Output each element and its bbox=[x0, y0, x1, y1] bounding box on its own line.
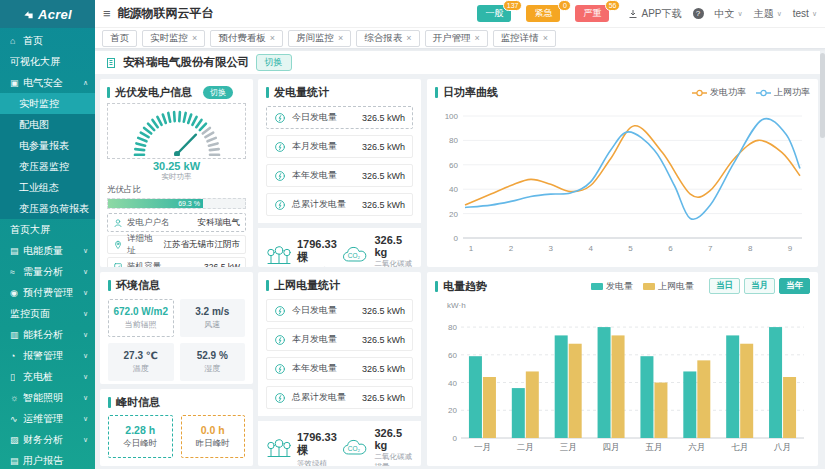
legend-label: 上网功率 bbox=[774, 86, 810, 99]
bar-上网电量-七月 bbox=[740, 344, 753, 438]
stat-row: 总累计发电量326.5 kWh bbox=[266, 193, 413, 216]
sidebar-item-财务分析[interactable]: ▨财务分析∨ bbox=[0, 429, 95, 450]
close-icon[interactable]: × bbox=[192, 33, 197, 43]
period-button-当年[interactable]: 当年 bbox=[779, 278, 810, 294]
bar-发电量-三月 bbox=[555, 335, 568, 438]
tab-监控详情[interactable]: 监控详情× bbox=[493, 30, 556, 47]
app-download-button[interactable]: APP下载 bbox=[628, 7, 681, 21]
close-icon[interactable]: × bbox=[406, 33, 411, 43]
sidebar-subitem-配电图[interactable]: 配电图 bbox=[0, 114, 95, 135]
sidebar-subitem-工业组态[interactable]: 工业组态 bbox=[0, 177, 95, 198]
legend-item-上网电量[interactable]: 上网电量 bbox=[643, 280, 694, 293]
legend-item-发电功率[interactable]: 发电功率 bbox=[692, 86, 746, 99]
demand-analysis-icon: ≈ bbox=[10, 267, 23, 277]
theme-select[interactable]: 主题 ∨ bbox=[754, 7, 782, 21]
alarm-badge-严重[interactable]: 严重56 bbox=[575, 5, 609, 22]
alarm-count-badge: 56 bbox=[605, 0, 621, 11]
ongrid-stat-rows: 今日发电量326.5 kWh本月发电量326.5 kWh本年发电量326.5 k… bbox=[266, 299, 413, 409]
sidebar-item-监控页面[interactable]: 监控页面∨ bbox=[0, 303, 95, 324]
panel-title: 电量趋势 发电量上网电量 当日当月当年 bbox=[435, 278, 810, 294]
panel-title: 上网电量统计 bbox=[266, 278, 413, 293]
svg-text:六月: 六月 bbox=[688, 442, 705, 452]
svg-text:60: 60 bbox=[449, 161, 458, 170]
co2-cloud-icon: CO₂ bbox=[340, 437, 370, 463]
period-button-当月[interactable]: 当月 bbox=[744, 278, 775, 294]
pv-switch-button[interactable]: 切换 bbox=[203, 86, 233, 99]
sidebar-subitem-电参量报表[interactable]: 电参量报表 bbox=[0, 135, 95, 156]
period-button-当日[interactable]: 当日 bbox=[709, 278, 740, 294]
sidebar: Acrel ⌂首页可视化大屏▣电气安全∧实时监控配电图电参量报表变压器监控工业组… bbox=[0, 0, 95, 469]
panel-title: 发电量统计 bbox=[266, 85, 413, 100]
sidebar-item-可视化大屏[interactable]: 可视化大屏 bbox=[0, 51, 95, 72]
pv-ratio-fill: 69.3 % bbox=[108, 199, 203, 208]
finance-icon: ▨ bbox=[10, 435, 23, 445]
sidebar-item-智能照明[interactable]: ☼智能照明∨ bbox=[0, 387, 95, 408]
meter-icon bbox=[274, 199, 286, 211]
help-icon[interactable]: ? bbox=[693, 8, 704, 19]
sidebar-subitem-变压器监控[interactable]: 变压器监控 bbox=[0, 156, 95, 177]
language-select[interactable]: 中文 ∨ bbox=[715, 7, 743, 21]
daily-power-title: 日功率曲线 bbox=[443, 85, 498, 100]
trees-equivalent: 1796.33 棵 等效绿植 bbox=[266, 431, 340, 467]
sidebar-item-运维管理[interactable]: ∿运维管理∨ bbox=[0, 408, 95, 429]
legend-item-上网功率[interactable]: 上网功率 bbox=[756, 86, 810, 99]
env-info-panel: 环境信息 672.0 W/m2当前辐照3.2 m/s风速27.3 ℃温度52.9… bbox=[100, 272, 253, 384]
close-icon[interactable]: × bbox=[475, 33, 480, 43]
chevron-down-icon: ∨ bbox=[83, 415, 88, 423]
sidebar-item-需量分析[interactable]: ≈需量分析∨ bbox=[0, 261, 95, 282]
tab-预付费看板[interactable]: 预付费看板× bbox=[210, 30, 283, 47]
title-accent-bar bbox=[108, 280, 111, 291]
user-menu[interactable]: test ∨ bbox=[793, 8, 817, 19]
svg-text:80: 80 bbox=[448, 323, 457, 332]
daily-power-panel: 日功率曲线 发电功率上网功率 020406080100123456789 bbox=[427, 79, 818, 267]
pv-ratio-bar: 69.3 % bbox=[107, 198, 246, 209]
co2-reduction: CO₂ 326.5 kg 二氧化碳减排量 bbox=[340, 427, 414, 466]
tab-房间监控[interactable]: 房间监控× bbox=[288, 30, 351, 47]
realtime-power-value: 30.25 kW bbox=[107, 160, 246, 172]
alarm-badge-紧急[interactable]: 紧急0 bbox=[526, 5, 560, 22]
sidebar-item-首页大屏[interactable]: 首页大屏 bbox=[0, 219, 95, 240]
sidebar-item-用户报告[interactable]: ▤用户报告 bbox=[0, 450, 95, 469]
sidebar-item-预付费管理[interactable]: ◉预付费管理∨ bbox=[0, 282, 95, 303]
scrollbar[interactable] bbox=[820, 49, 825, 469]
close-icon[interactable]: × bbox=[543, 33, 548, 43]
sidebar-subitem-实时监控[interactable]: 实时监控 bbox=[0, 93, 95, 114]
pv-ratio-label: 光伏占比 bbox=[107, 184, 246, 196]
daily-power-svg: 020406080100123456789 bbox=[435, 104, 810, 256]
scrollbar-thumb[interactable] bbox=[820, 53, 825, 138]
sidebar-item-充电桩[interactable]: ▯充电桩∨ bbox=[0, 366, 95, 387]
company-switch-button[interactable]: 切换 bbox=[256, 54, 292, 71]
sidebar-item-电气安全[interactable]: ▣电气安全∧ bbox=[0, 72, 95, 93]
pv-info-rows: 发电户户名安科瑞电气详细地址江苏省无锡市江阴市装机容量326.5 kW并网点电压… bbox=[107, 213, 246, 267]
stat-label: 本月发电量 bbox=[292, 140, 337, 153]
sidebar-item-电能质量[interactable]: ▤电能质量∨ bbox=[0, 240, 95, 261]
close-icon[interactable]: × bbox=[338, 33, 343, 43]
sidebar-item-首页[interactable]: ⌂首页 bbox=[0, 30, 95, 51]
row-value: 江苏省无锡市江阴市 bbox=[164, 239, 241, 251]
tab-综合报表[interactable]: 综合报表× bbox=[356, 30, 419, 47]
stat-label: 总累计发电量 bbox=[292, 391, 346, 404]
menu-toggle-icon[interactable]: ≡ bbox=[103, 6, 111, 21]
ongrid-stats-title: 上网电量统计 bbox=[274, 278, 340, 293]
alarm-badge-一般[interactable]: 一般137 bbox=[477, 5, 511, 22]
svg-text:2: 2 bbox=[509, 244, 514, 253]
title-accent-bar bbox=[435, 281, 438, 292]
sidebar-item-label: 首页 bbox=[23, 34, 88, 48]
sidebar-subitem-变压器负荷报表[interactable]: 变压器负荷报表 bbox=[0, 198, 95, 219]
peak-card-value: 0.0 h bbox=[201, 424, 225, 436]
svg-text:七月: 七月 bbox=[731, 442, 748, 452]
sidebar-item-报警管理[interactable]: ◔报警管理∨ bbox=[0, 345, 95, 366]
chevron-down-icon: ∨ bbox=[83, 247, 88, 255]
legend-item-发电量[interactable]: 发电量 bbox=[591, 280, 633, 293]
stat-row: 今日发电量326.5 kWh bbox=[266, 106, 413, 129]
company-bar: 安科瑞电气股份有限公司 切换 bbox=[95, 51, 825, 74]
bar-发电量-二月 bbox=[512, 388, 525, 438]
alarm-count-badge: 0 bbox=[558, 0, 571, 11]
svg-text:100: 100 bbox=[445, 112, 459, 121]
sidebar-item-能耗分析[interactable]: ▥能耗分析∨ bbox=[0, 324, 95, 345]
sidebar-item-label: 预付费管理 bbox=[23, 286, 83, 300]
tab-首页[interactable]: 首页 bbox=[102, 30, 137, 47]
close-icon[interactable]: × bbox=[270, 33, 275, 43]
tab-实时监控[interactable]: 实时监控× bbox=[142, 30, 205, 47]
tab-开户管理[interactable]: 开户管理× bbox=[425, 30, 488, 47]
